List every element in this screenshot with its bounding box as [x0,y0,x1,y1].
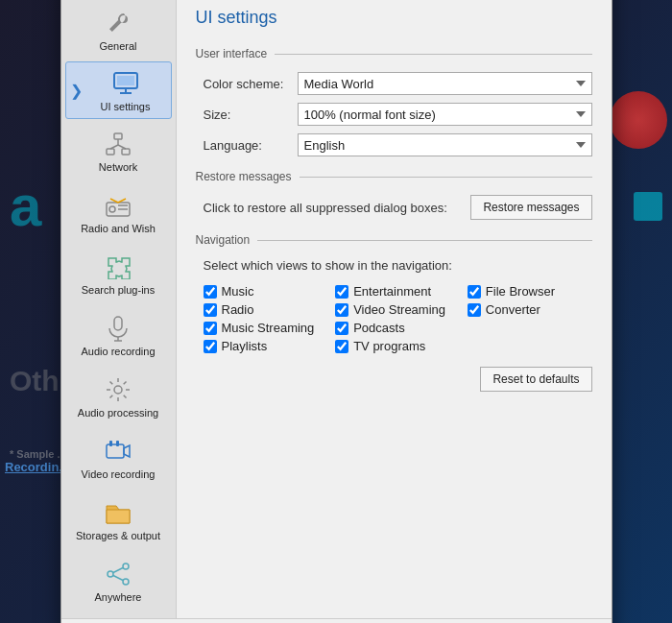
sidebar-label-search: Search plug-ins [82,284,155,296]
checkbox-podcasts[interactable]: Podcasts [335,321,460,335]
navigation-divider [257,240,591,241]
mic-icon [103,313,133,344]
svg-marker-22 [124,445,130,457]
checkbox-playlists[interactable]: Playlists [204,339,328,353]
svg-point-20 [114,386,122,394]
svg-point-26 [108,571,113,577]
sidebar-item-radio-wish[interactable]: Radio and Wish [65,182,172,242]
svg-line-12 [118,145,126,149]
checkbox-tv-programs-label: TV programs [353,339,425,353]
svg-line-28 [113,568,123,573]
checkbox-music[interactable]: Music [204,284,328,299]
svg-rect-9 [122,149,130,155]
sidebar-label-audio-proc: Audio processing [78,407,158,419]
checkbox-tv-programs[interactable]: TV programs [335,339,460,353]
sidebar-item-search[interactable]: Search plug-ins [65,244,172,303]
bg-text-oth: Oth [10,365,60,397]
sidebar-label-radio: Radio and Wish [81,223,156,234]
sidebar-label-anywhere: Anywhere [95,591,142,603]
navigation-section: Navigation Select which views to show in… [196,233,592,392]
bg-text-a: a [10,173,41,239]
sidebar-item-video-recording[interactable]: Video recording [65,428,172,488]
wrench-icon [103,8,133,38]
size-row: Size: 100% (normal font size) 125% 150% [204,103,592,126]
sidebar-item-storages[interactable]: Storages & output [65,490,172,549]
size-select[interactable]: 100% (normal font size) 125% 150% [298,103,592,126]
svg-rect-23 [109,441,112,446]
checkbox-music-label: Music [222,284,254,299]
checkbox-entertainment-label: Entertainment [353,284,431,299]
user-interface-section: User interface Color scheme: Media World… [196,47,592,156]
checkbox-file-browser[interactable]: File Browser [468,284,592,299]
sidebar-label-ui-settings: UI settings [101,101,151,112]
folder-icon [103,497,133,528]
checkbox-music-streaming[interactable]: Music Streaming [204,321,328,335]
puzzle-icon [103,252,133,282]
dialog-footer: OK Cancel [61,618,612,623]
checkbox-radio[interactable]: Radio [204,302,328,317]
restore-row: Click to restore all suppressed dialog b… [204,195,592,220]
checkbox-podcasts-label: Podcasts [353,321,404,335]
color-scheme-label: Color scheme: [204,77,290,91]
checkbox-converter-label: Converter [486,302,540,317]
user-interface-divider [275,54,591,55]
svg-line-29 [113,576,123,581]
checkbox-file-browser-label: File Browser [486,284,555,299]
reset-row: Reset to defaults [196,367,592,392]
restore-click-label: Click to restore all suppressed dialog b… [204,201,460,215]
sidebar-item-general[interactable]: General [65,0,172,60]
svg-rect-7 [114,133,122,139]
share-icon [103,559,133,589]
sidebar-label-general: General [99,40,136,52]
user-interface-header: User interface [196,47,592,60]
active-arrow: ❯ [70,82,83,100]
checkbox-playlists-label: Playlists [222,339,268,353]
page-title: UI settings [196,8,592,28]
dialog-body: General ❯ UI settings [61,0,612,618]
sidebar-label-audio-rec: Audio recording [81,346,155,357]
checkbox-entertainment[interactable]: Entertainment [335,284,460,299]
sidebar-item-network[interactable]: Network [65,121,172,180]
svg-rect-17 [114,317,122,330]
dialog: Audials Options ✕ General ❯ [60,0,612,623]
color-scheme-select[interactable]: Media World Classic Dark [298,72,592,95]
sidebar-label-video-rec: Video recording [82,468,156,480]
svg-rect-8 [107,149,114,155]
language-select[interactable]: English German French Spanish [298,133,592,156]
checkbox-video-streaming[interactable]: Video Streaming [335,302,460,317]
color-scheme-row: Color scheme: Media World Classic Dark [204,72,592,95]
svg-point-25 [123,563,129,569]
svg-line-11 [110,145,118,149]
svg-rect-24 [116,441,119,446]
restore-messages-divider [300,177,592,178]
restore-button[interactable]: Restore messages [470,195,591,220]
network-icon [103,129,133,159]
user-interface-label: User interface [196,47,276,60]
restore-messages-section: Restore messages Click to restore all su… [196,170,592,220]
sidebar-label-storages: Storages & output [76,530,160,541]
checkbox-converter[interactable]: Converter [468,302,592,317]
radio-icon [103,190,133,221]
sidebar-item-audio-processing[interactable]: Audio processing [65,367,172,426]
sidebar: General ❯ UI settings [61,0,177,618]
sidebar-item-audio-recording[interactable]: Audio recording [65,305,172,365]
checkbox-radio-label: Radio [222,302,254,317]
checkbox-video-streaming-label: Video Streaming [353,302,445,317]
sidebar-item-ui-settings[interactable]: ❯ UI settings [65,61,172,119]
gear-icon [103,374,133,405]
sidebar-label-network: Network [99,161,137,173]
bg-decoration-cyan [634,192,662,221]
restore-messages-label: Restore messages [196,170,300,183]
size-label: Size: [204,108,290,122]
language-row: Language: English German French Spanish [204,133,592,156]
navigation-label: Navigation [196,233,258,247]
reset-button[interactable]: Reset to defaults [480,367,591,392]
svg-rect-21 [107,444,124,458]
bg-text-sample: * Sample ... [10,448,66,460]
monitor-icon [110,68,141,99]
svg-point-27 [123,579,129,585]
sidebar-item-anywhere[interactable]: Anywhere [65,551,172,611]
restore-messages-header: Restore messages [196,170,592,183]
navigation-header: Navigation [196,233,592,247]
checkbox-music-streaming-label: Music Streaming [222,321,315,335]
